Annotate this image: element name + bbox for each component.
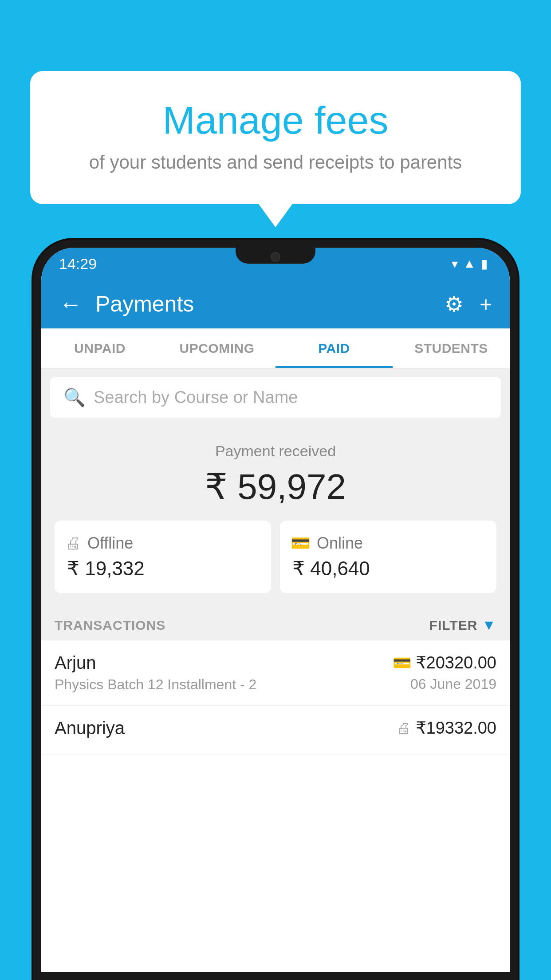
speech-bubble-title: Manage fees (66, 98, 485, 143)
back-button[interactable]: ← (59, 292, 82, 316)
transaction-left: Arjun Physics Batch 12 Installment - 2 (55, 653, 393, 693)
transaction-amount: 💳 ₹20320.00 (393, 653, 497, 672)
speech-bubble-subtitle: of your students and send receipts to pa… (66, 152, 485, 173)
status-icons: ▾ ▲ ▮ (452, 257, 488, 271)
online-card-header: 💳 Online (291, 534, 363, 553)
tab-students[interactable]: STUDENTS (393, 328, 510, 368)
tab-unpaid[interactable]: UNPAID (41, 328, 158, 368)
transaction-row[interactable]: Anupriya 🖨 ₹19332.00 (41, 706, 510, 755)
offline-icon: 🖨 (65, 534, 81, 553)
app-bar-title: Payments (95, 291, 431, 317)
settings-icon[interactable]: ⚙ (445, 292, 464, 316)
transaction-left: Anupriya (55, 718, 396, 742)
filter-label: FILTER (429, 618, 478, 633)
filter-button[interactable]: FILTER ▼ (429, 617, 496, 633)
tab-upcoming[interactable]: UPCOMING (158, 328, 276, 368)
offline-amount: ₹ 19,332 (67, 557, 145, 580)
payment-received-label: Payment received (55, 443, 496, 460)
transaction-right: 🖨 ₹19332.00 (396, 718, 497, 741)
phone-frame: 14:29 ▾ ▲ ▮ ← Payments ⚙ + UNPAID UPCOMI… (33, 240, 518, 980)
filter-icon: ▼ (482, 617, 496, 633)
transaction-amount: 🖨 ₹19332.00 (396, 718, 497, 738)
transaction-date: 06 June 2019 (393, 676, 497, 692)
transactions-list: Arjun Physics Batch 12 Installment - 2 💳… (41, 640, 510, 972)
online-label: Online (317, 534, 363, 553)
signal-icon: ▲ (463, 257, 476, 271)
offline-card-header: 🖨 Offline (65, 534, 133, 553)
online-payment-card: 💳 Online ₹ 40,640 (280, 521, 496, 593)
battery-icon: ▮ (481, 257, 488, 271)
transaction-amount-value: ₹20320.00 (416, 653, 497, 672)
transaction-right: 💳 ₹20320.00 06 June 2019 (393, 653, 497, 692)
tab-paid[interactable]: PAID (276, 328, 393, 368)
online-icon: 💳 (291, 534, 311, 553)
phone-camera (271, 252, 280, 262)
search-icon: 🔍 (63, 387, 86, 408)
transactions-header: TRANSACTIONS FILTER ▼ (41, 606, 510, 640)
transaction-name: Anupriya (55, 718, 396, 738)
transaction-row[interactable]: Arjun Physics Batch 12 Installment - 2 💳… (41, 640, 510, 706)
offline-payment-card: 🖨 Offline ₹ 19,332 (55, 521, 271, 593)
app-bar-actions: ⚙ + (445, 292, 492, 316)
search-bar[interactable]: 🔍 Search by Course or Name (50, 377, 501, 418)
online-amount: ₹ 40,640 (292, 557, 370, 580)
app-bar: ← Payments ⚙ + (41, 280, 510, 328)
content: 🔍 Search by Course or Name Payment recei… (41, 368, 510, 972)
add-icon[interactable]: + (480, 292, 492, 316)
transactions-label: TRANSACTIONS (55, 618, 165, 633)
offline-payment-icon: 🖨 (396, 719, 411, 737)
offline-label: Offline (87, 534, 133, 553)
phone-screen: 14:29 ▾ ▲ ▮ ← Payments ⚙ + UNPAID UPCOMI… (41, 248, 510, 972)
search-placeholder: Search by Course or Name (94, 388, 298, 407)
tabs: UNPAID UPCOMING PAID STUDENTS (41, 328, 510, 368)
status-time: 14:29 (59, 255, 97, 273)
speech-bubble: Manage fees of your students and send re… (30, 71, 521, 204)
wifi-icon: ▾ (452, 257, 458, 271)
transaction-desc: Physics Batch 12 Installment - 2 (55, 676, 393, 693)
transaction-name: Arjun (55, 653, 393, 673)
transaction-amount-value: ₹19332.00 (416, 718, 497, 738)
online-payment-icon: 💳 (393, 654, 411, 672)
payment-cards: 🖨 Offline ₹ 19,332 💳 Online ₹ 40,640 (55, 521, 496, 593)
payment-total-amount: ₹ 59,972 (55, 466, 496, 507)
payment-summary: Payment received ₹ 59,972 🖨 Offline ₹ 19… (41, 427, 510, 606)
